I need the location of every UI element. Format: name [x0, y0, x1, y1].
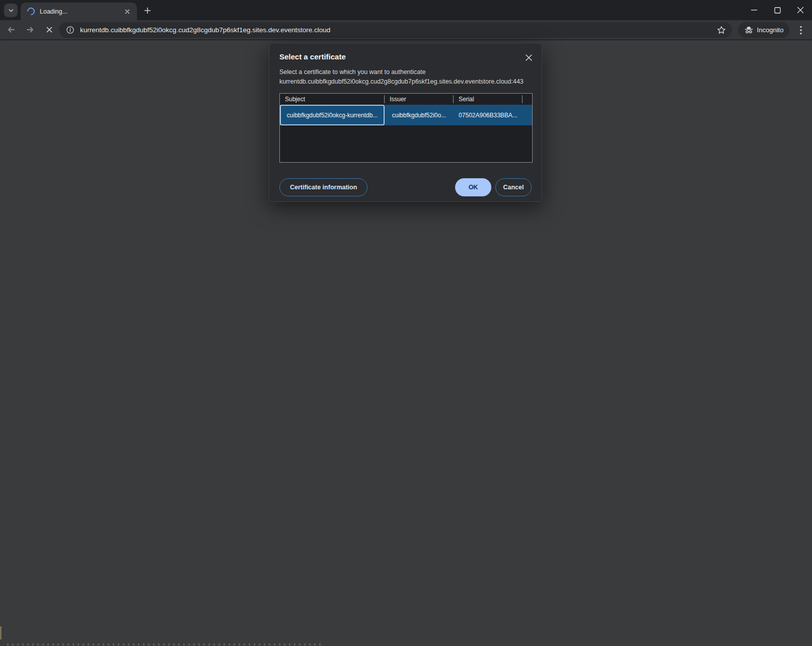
plus-icon: [143, 7, 152, 15]
forward-arrow-icon: [26, 25, 35, 34]
column-header-subject: Subject: [280, 95, 385, 103]
incognito-icon: [744, 26, 754, 34]
chevron-down-icon: [7, 7, 15, 15]
maximize-button[interactable]: [766, 0, 789, 20]
back-arrow-icon: [7, 25, 16, 34]
certificate-subject-cell[interactable]: cuibbfkgdubf52i0okcg-kurrentdb...: [280, 105, 385, 125]
incognito-label: Incognito: [757, 26, 784, 34]
dialog-actions: Certificate information OK Cancel: [279, 178, 532, 196]
url-text[interactable]: kurrentdb.cuibbfkgdubf52i0okcg.cud2g8cgd…: [80, 26, 715, 34]
minimize-icon: [751, 7, 758, 14]
close-icon: [797, 7, 804, 14]
tab-search-button[interactable]: [4, 4, 18, 17]
browser-toolbar: kurrentdb.cuibbfkgdubf52i0okcg.cud2g8cgd…: [0, 20, 812, 40]
maximize-icon: [774, 7, 781, 14]
certificate-issuer-cell[interactable]: cuibbfkgdubf52i0o...: [385, 105, 454, 125]
close-window-button[interactable]: [789, 0, 812, 20]
certificate-information-button[interactable]: Certificate information: [279, 178, 367, 196]
address-bar[interactable]: kurrentdb.cuibbfkgdubf52i0okcg.cud2g8cgd…: [59, 22, 732, 38]
stop-x-icon: [45, 26, 53, 34]
certificate-serial-cell[interactable]: 07502A906B33BBA...: [454, 105, 523, 125]
column-header-issuer: Issuer: [385, 95, 454, 103]
left-edge-artifact: [0, 626, 2, 639]
new-tab-button[interactable]: [141, 5, 154, 17]
browser-tab[interactable]: Loading...: [21, 3, 137, 20]
forward-button[interactable]: [22, 22, 38, 38]
back-button[interactable]: [3, 22, 19, 38]
certificate-table: Subject Issuer Serial cuibbfkgdubf52i0ok…: [279, 93, 533, 163]
window-controls: [743, 0, 812, 20]
dialog-close-button[interactable]: [524, 52, 534, 62]
bottom-edge-artifact: [7, 643, 324, 645]
certificate-row[interactable]: cuibbfkgdubf52i0okcg-kurrentdb... cuibbf…: [280, 105, 532, 125]
incognito-badge: Incognito: [738, 22, 789, 38]
column-header-serial: Serial: [454, 95, 523, 103]
close-icon: [525, 54, 533, 61]
bookmark-star-icon[interactable]: [715, 24, 728, 37]
tab-title: Loading...: [40, 8, 123, 15]
ok-button[interactable]: OK: [455, 178, 491, 196]
tab-close-icon[interactable]: [123, 7, 132, 16]
tab-strip: Loading...: [0, 0, 812, 20]
select-certificate-dialog: Select a certificate Select a certificat…: [269, 43, 542, 202]
dialog-title: Select a certificate: [279, 52, 346, 61]
cancel-button[interactable]: Cancel: [495, 178, 532, 196]
dialog-description-host: kurrentdb.cuibbfkgdubf52i0okcg.cud2g8cgd…: [279, 78, 533, 86]
loading-spinner-icon: [26, 6, 36, 17]
page-info-icon[interactable]: [64, 24, 76, 36]
stop-loading-button[interactable]: [41, 22, 57, 38]
dialog-description-line1: Select a certificate to which you want t…: [279, 68, 533, 77]
browser-window: Loading...: [0, 0, 812, 646]
certificate-table-header: Subject Issuer Serial: [280, 94, 532, 105]
browser-menu-button[interactable]: [793, 22, 808, 38]
minimize-button[interactable]: [743, 0, 766, 20]
kebab-menu-icon: [800, 26, 802, 35]
